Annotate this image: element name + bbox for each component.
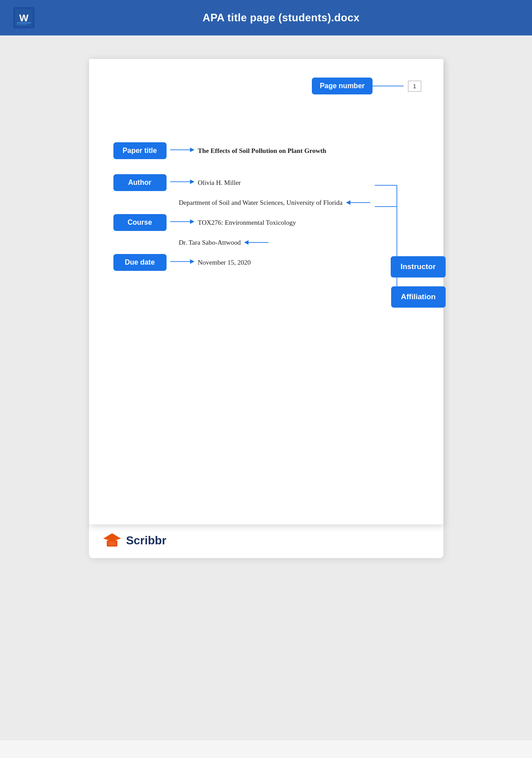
- svg-marker-9: [346, 200, 350, 205]
- affiliation-text-row: Department of Soil and Water Sciences, U…: [113, 196, 419, 209]
- svg-rect-2: [17, 22, 31, 23]
- header-bar: W APA title page (students).docx: [0, 0, 532, 35]
- header-title: APA title page (students).docx: [43, 12, 519, 24]
- footer-scribbr: Scribbr: [89, 523, 443, 558]
- course-row: Course TOX276: Environmental Toxicology: [113, 213, 419, 232]
- due-date-arrow: [170, 257, 194, 268]
- page-number-label: Page number: [312, 78, 373, 94]
- annotation-layout: Paper title The Effects of Soil Pollutio…: [113, 141, 419, 272]
- affiliation-text-value: Department of Soil and Water Sciences, U…: [179, 199, 343, 207]
- svg-marker-16: [190, 259, 194, 264]
- author-value: Olivia H. Miller: [198, 179, 241, 187]
- document-page: Page number 1 Paper title: [89, 59, 443, 524]
- due-date-value: November 15, 2020: [198, 259, 251, 266]
- course-arrow: [170, 217, 194, 228]
- scribbr-icon: [102, 531, 122, 550]
- svg-marker-12: [190, 219, 194, 224]
- affiliation-text-arrow: [346, 198, 370, 207]
- svg-marker-22: [103, 533, 121, 541]
- author-row: Author Olivia H. Miller: [113, 173, 419, 192]
- due-date-row: Due date November 15, 2020: [113, 253, 419, 272]
- instructor-text-value: Dr. Tara Sabo-Attwood: [179, 239, 241, 246]
- paper-title-value: The Effects of Soil Pollution on Plant G…: [198, 147, 326, 155]
- paper-title-row: Paper title The Effects of Soil Pollutio…: [113, 141, 419, 160]
- page-number-section: Page number 1: [312, 78, 421, 94]
- right-labels: Instructor Affiliation: [391, 256, 445, 308]
- instructor-text-row: Dr. Tara Sabo-Attwood: [113, 236, 419, 249]
- due-date-label: Due date: [113, 254, 167, 271]
- svg-rect-24: [109, 542, 116, 545]
- instructor-text-arrow: [244, 238, 268, 247]
- svg-marker-13: [244, 240, 249, 245]
- paper-title-label: Paper title: [113, 142, 167, 159]
- author-arrow: [170, 177, 194, 188]
- word-icon: W: [13, 7, 35, 28]
- instructor-floating-label: Instructor: [391, 256, 445, 277]
- svg-rect-3: [17, 24, 27, 25]
- svg-marker-8: [190, 180, 194, 184]
- paper-title-arrow: [170, 145, 194, 156]
- page-outer: W APA title page (students).docx Page nu…: [0, 0, 532, 758]
- svg-marker-6: [190, 148, 194, 152]
- svg-text:W: W: [19, 12, 29, 23]
- scribbr-brand: Scribbr: [126, 534, 167, 547]
- page-number-box: 1: [408, 81, 421, 92]
- course-value: TOX276: Environmental Toxicology: [198, 219, 296, 227]
- page-number-connector: [373, 82, 408, 90]
- affiliation-floating-label: Affiliation: [391, 286, 445, 308]
- course-label: Course: [113, 214, 167, 231]
- author-label: Author: [113, 174, 167, 191]
